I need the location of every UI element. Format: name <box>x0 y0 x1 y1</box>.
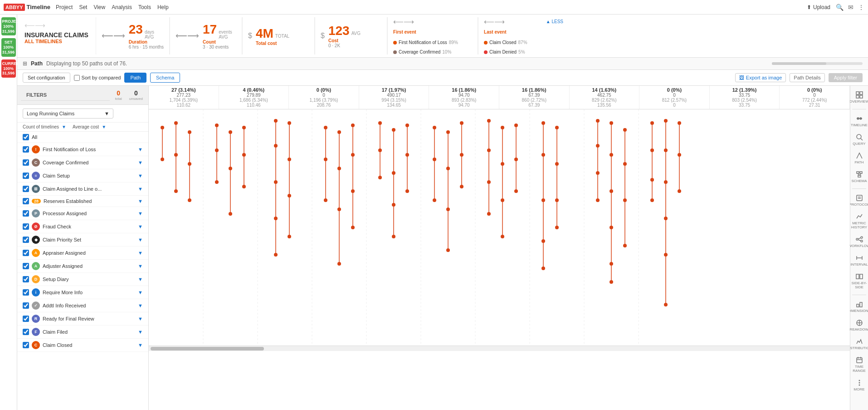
appraiser-filter-icon[interactable]: ▼ <box>138 250 143 256</box>
addtl-filter-icon[interactable]: ▼ <box>138 303 143 308</box>
sort-by-compared-label[interactable]: Sort by compared <box>74 75 121 81</box>
filter-checkbox-appraiser[interactable] <box>23 250 29 256</box>
svg-point-23 <box>215 180 219 184</box>
filter-item-claim-assigned[interactable]: ⊞ Claim Assigned to Line o... ▼ <box>17 183 148 196</box>
sidebar-time-range[interactable]: TIME RANGE <box>851 355 868 375</box>
fnol-filter-icon[interactable]: ▼ <box>138 147 143 152</box>
sidebar-distribution[interactable]: DISTRIBUTION <box>851 336 868 352</box>
export-as-image-btn[interactable]: 🖼 Export as image <box>735 73 786 82</box>
svg-point-80 <box>460 121 463 125</box>
nav-analysis[interactable]: Analysis <box>112 4 132 10</box>
tab-schema-btn[interactable]: Schema <box>150 73 180 83</box>
mail-icon[interactable]: ✉ <box>848 4 853 11</box>
filter-item-fraud[interactable]: ⊘ Fraud Check ▼ <box>17 220 148 233</box>
project-badge[interactable]: PROJECT 100% 31,596 <box>1 17 16 35</box>
filter-item-final-review[interactable]: R Ready for Final Review ▼ <box>17 312 148 326</box>
claim-filed-filter-icon[interactable]: ▼ <box>138 329 143 335</box>
metrics-dropdown-icon[interactable]: ▼ <box>62 124 66 129</box>
filter-item-addtl[interactable]: ✓ Addtl Info Received ▼ <box>17 299 148 312</box>
fraud-filter-icon[interactable]: ▼ <box>138 224 143 229</box>
sidebar-workflow[interactable]: WORKFLOW <box>851 234 868 250</box>
svg-point-90 <box>501 162 504 166</box>
sort-by-compared-checkbox[interactable] <box>74 75 80 81</box>
reserves-filter-icon[interactable]: ▼ <box>138 198 143 204</box>
filter-item-fnol[interactable]: ! First Notification of Loss ▼ <box>17 143 148 156</box>
claim-setup-filter-icon[interactable]: ▼ <box>138 173 143 178</box>
sidebar-query[interactable]: QUERY <box>851 132 868 148</box>
filter-item-all[interactable]: All <box>17 132 148 143</box>
filter-checkbox-diary[interactable] <box>23 276 29 282</box>
filter-item-processor[interactable]: P Processor Assigned ▼ <box>17 207 148 220</box>
path-visualization <box>149 109 850 351</box>
filter-checkbox-priority[interactable] <box>23 237 29 243</box>
filter-item-reserves[interactable]: 28 Reserves Established ▼ <box>17 196 148 207</box>
filter-item-claim-setup[interactable]: ≡ Claim Setup ▼ <box>17 169 148 183</box>
svg-point-122 <box>623 162 627 166</box>
claim-closed-filter-icon[interactable]: ▼ <box>138 342 143 348</box>
final-review-filter-icon[interactable]: ▼ <box>138 316 143 321</box>
sidebar-overview[interactable]: OVERVIEW <box>851 89 868 105</box>
filter-item-claim-closed[interactable]: C Claim Closed ▼ <box>17 339 148 352</box>
current-badge[interactable]: CURRENT 100% 31,596 <box>1 59 16 78</box>
sidebar-more[interactable]: MORE <box>851 377 868 393</box>
filter-item-claim-filed[interactable]: F Claim Filed ▼ <box>17 326 148 339</box>
priority-filter-icon[interactable]: ▼ <box>138 237 143 242</box>
search-icon[interactable]: 🔍 <box>836 4 844 11</box>
sidebar-path[interactable]: PATH <box>851 150 868 166</box>
tab-path-btn[interactable]: Path <box>124 73 146 83</box>
filter-item-coverage[interactable]: C Coverage Confirmed ▼ <box>17 156 148 169</box>
filter-checkbox-claim-filed[interactable] <box>23 329 29 335</box>
filter-checkbox-claim-setup[interactable] <box>23 173 29 179</box>
diary-filter-icon[interactable]: ▼ <box>138 277 143 282</box>
sidebar-protocol[interactable]: PROTOCOL <box>851 193 868 208</box>
sidebar-schema[interactable]: SCHEMA <box>851 169 868 185</box>
sidebar-dimensions[interactable]: DIMENSIONS <box>851 299 868 315</box>
nav-project[interactable]: Project <box>56 4 73 10</box>
filter-checkbox-all[interactable] <box>23 134 29 140</box>
claim-assigned-filter-icon[interactable]: ▼ <box>138 186 143 192</box>
claim-filed-icon: F <box>32 328 40 336</box>
sidebar-metric-history[interactable]: METRIC HISTORY <box>851 211 868 231</box>
avg-dropdown-icon[interactable]: ▼ <box>102 124 106 129</box>
filter-checkbox-fraud[interactable] <box>23 223 29 230</box>
filter-checkbox-final-review[interactable] <box>23 316 29 322</box>
more-info-filter-icon[interactable]: ▼ <box>138 290 143 295</box>
path-details-btn[interactable]: Path Details <box>790 73 824 82</box>
filter-checkbox-processor[interactable] <box>23 210 29 217</box>
less-btn[interactable]: ▲ LESS <box>546 19 563 24</box>
coverage-filter-icon[interactable]: ▼ <box>138 160 143 165</box>
set-badge[interactable]: SET 100% 31,596 <box>1 38 16 56</box>
svg-point-22 <box>215 148 219 152</box>
filter-item-adjuster[interactable]: A Adjuster Assigned ▼ <box>17 260 148 273</box>
nav-view[interactable]: View <box>93 4 105 10</box>
adjuster-filter-icon[interactable]: ▼ <box>138 263 143 269</box>
sidebar-interval[interactable]: INTERVAL <box>851 252 868 268</box>
filter-checkbox-claim-closed[interactable] <box>23 342 29 348</box>
sidebar-breakdown[interactable]: BREAKDOWN <box>851 317 868 333</box>
filter-checkbox-addtl[interactable] <box>23 302 29 309</box>
filter-checkbox-fnol[interactable] <box>23 146 29 153</box>
upload-btn[interactable]: ⬆ Upload <box>807 4 830 10</box>
svg-point-138 <box>678 121 681 125</box>
nav-help[interactable]: Help <box>157 4 169 10</box>
filter-item-diary[interactable]: D Setup Diary ▼ <box>17 273 148 286</box>
more-icon[interactable]: ⋮ <box>858 4 864 11</box>
nav-set[interactable]: Set <box>79 4 87 10</box>
svg-point-118 <box>610 262 613 266</box>
filter-item-priority[interactable]: ◆ Claim Priority Set ▼ <box>17 233 148 247</box>
filter-checkbox-claim-assigned[interactable] <box>23 186 29 192</box>
svg-point-135 <box>664 253 668 257</box>
sidebar-timeline[interactable]: TIMELINE <box>851 113 868 129</box>
path-dropdown[interactable]: Long Running Claims ▼ <box>23 109 113 119</box>
processor-filter-icon[interactable]: ▼ <box>138 211 143 216</box>
nav-tools[interactable]: Tools <box>138 4 151 10</box>
filter-checkbox-coverage[interactable] <box>23 159 29 166</box>
sidebar-side-by-side[interactable]: SIDE-BY-SIDE <box>851 271 868 291</box>
filter-item-appraiser[interactable]: A Appraiser Assigned ▼ <box>17 247 148 260</box>
filter-checkbox-adjuster[interactable] <box>23 263 29 269</box>
filter-checkbox-reserves[interactable] <box>23 198 29 204</box>
filter-item-more-info[interactable]: i Require More Info ▼ <box>17 286 148 299</box>
filter-checkbox-more-info[interactable] <box>23 289 29 296</box>
svg-point-126 <box>650 121 654 125</box>
set-config-btn[interactable]: Set configuration <box>23 73 70 83</box>
